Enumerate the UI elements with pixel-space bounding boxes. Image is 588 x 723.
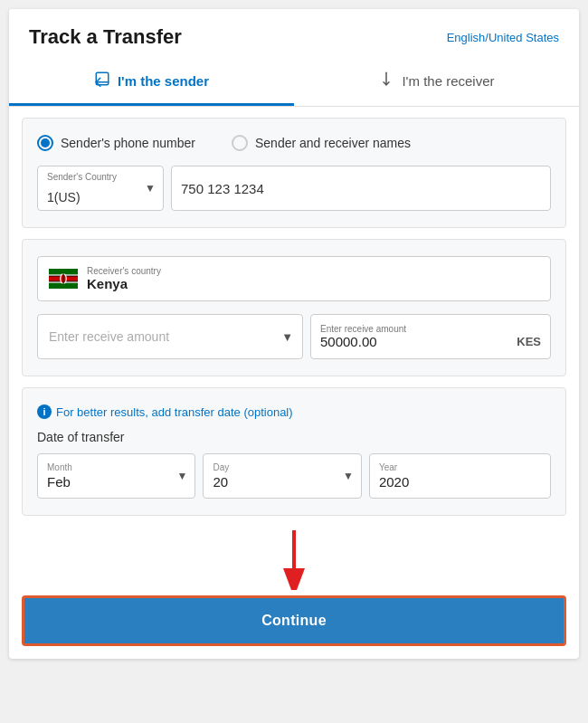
receiver-icon [378,71,394,90]
receiver-country-label: Receiver's country [87,266,161,276]
date-row: Month Feb ▼ Day 20 ▼ Year 2020 [37,453,551,499]
day-field[interactable]: Day 20 ▼ [203,453,361,499]
radio-names[interactable]: Sender and receiver names [232,135,411,151]
sender-country-select[interactable]: Sender's Country 1(US) ▼ [37,166,164,211]
radio-group: Sender's phone number Sender and receive… [37,135,551,151]
amount-placeholder: Enter receive amount [49,329,169,344]
month-label: Month [47,462,185,472]
amount-dropdown[interactable]: Enter receive amount ▼ [37,314,303,359]
currency-tag: KES [517,335,541,348]
date-of-transfer-label: Date of transfer [37,430,551,444]
info-icon: i [37,404,52,419]
radio-names-label: Sender and receiver names [255,136,411,150]
tab-receiver-label: I'm the receiver [402,73,494,89]
chevron-down-icon: ▼ [281,330,293,344]
tab-bar: I'm the sender I'm the receiver [9,58,579,107]
chevron-down-icon: ▼ [177,470,188,482]
language-selector[interactable]: English/United States [447,31,559,44]
continue-wrap: Continue [9,590,579,659]
day-value: 20 [213,474,351,490]
receiver-country-row[interactable]: Receiver's country Kenya [37,256,551,301]
page-title: Track a Transfer [29,25,182,49]
month-value: Feb [47,474,185,490]
day-label: Day [213,462,351,472]
phone-input[interactable] [171,166,551,211]
amount-input-wrap[interactable]: Enter receive amount 50000.00 KES [310,314,551,359]
search-type-section: Sender's phone number Sender and receive… [22,118,566,228]
chevron-down-icon: ▼ [145,182,156,195]
chevron-down-icon: ▼ [343,470,354,482]
tab-sender-label: I'm the sender [118,73,209,89]
radio-names-circle [232,135,248,151]
arrow-area [9,527,579,590]
country-info: Receiver's country Kenya [87,266,161,291]
phone-row: Sender's Country 1(US) ▼ [37,166,551,211]
svg-rect-9 [62,273,63,284]
tab-sender[interactable]: I'm the sender [9,58,294,106]
amount-value: 50000.00 [320,334,377,349]
main-container: Track a Transfer English/United States I… [9,9,579,659]
optional-date-text[interactable]: i For better results, add transfer date … [37,404,551,419]
year-label: Year [379,462,541,472]
month-field[interactable]: Month Feb ▼ [37,453,195,499]
date-section: i For better results, add transfer date … [22,387,566,516]
kenya-flag-icon [49,269,78,289]
header: Track a Transfer English/United States [9,9,579,58]
radio-phone-label: Sender's phone number [61,136,195,150]
amount-row: Enter receive amount ▼ Enter receive amo… [37,314,551,359]
year-field[interactable]: Year 2020 [369,453,551,499]
sender-country-field[interactable]: Sender's Country 1(US) ▼ [37,166,164,211]
sender-country-value: 1(US) [47,190,81,205]
continue-button[interactable]: Continue [22,595,566,646]
red-arrow-icon [267,527,321,590]
sender-icon [94,71,110,90]
amount-input-label: Enter receive amount [320,324,541,334]
radio-phone[interactable]: Sender's phone number [37,135,195,151]
tab-receiver[interactable]: I'm the receiver [294,58,579,106]
sender-country-label: Sender's Country [47,172,117,182]
receiver-country-value: Kenya [87,276,161,291]
optional-text-label: For better results, add transfer date (o… [56,405,293,419]
receiver-section: Receiver's country Kenya Enter receive a… [22,239,566,376]
year-value: 2020 [379,474,541,490]
radio-phone-circle [37,135,53,151]
amount-input-inner: 50000.00 KES [320,334,541,349]
